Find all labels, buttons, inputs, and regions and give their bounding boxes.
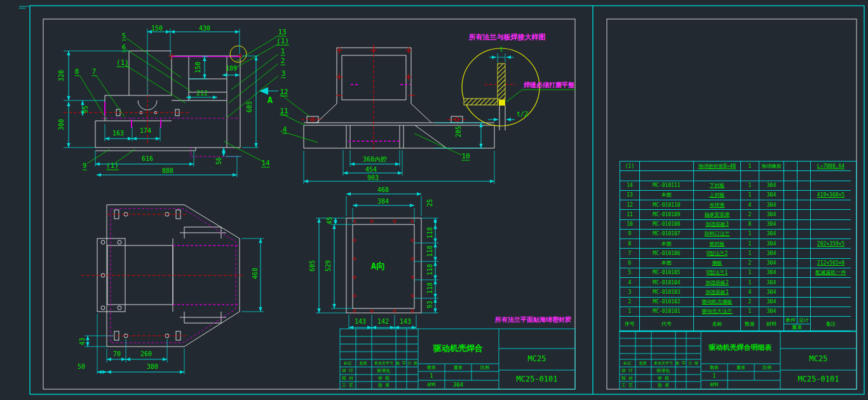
title-block-lines [0,0,868,400]
cad-drawing-canvas: 1504303209530016317461688815010921260556… [0,0,868,400]
